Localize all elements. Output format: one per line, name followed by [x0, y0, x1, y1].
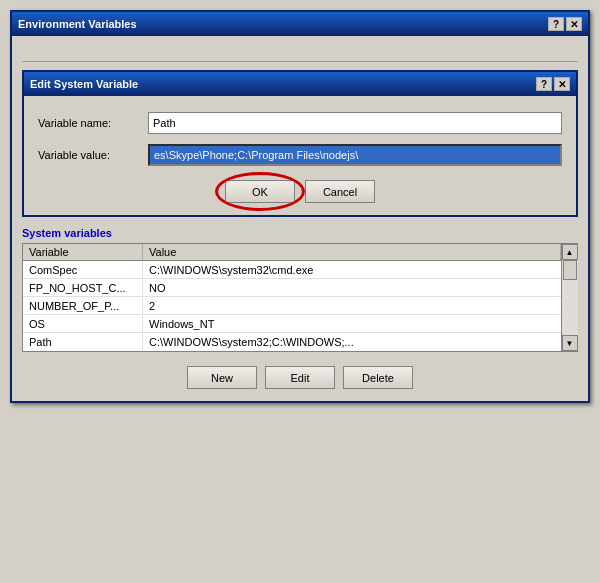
cell-variable: FP_NO_HOST_C... [23, 280, 143, 296]
col-variable: Variable [23, 244, 143, 260]
variable-value-input[interactable] [148, 144, 562, 166]
table-rows: ComSpec C:\WINDOWS\system32\cmd.exe FP_N… [23, 261, 561, 351]
table-row[interactable]: ComSpec C:\WINDOWS\system32\cmd.exe [23, 261, 561, 279]
inner-title-buttons: ? ✕ [536, 77, 570, 91]
ok-button-container: OK [225, 180, 295, 203]
cell-variable: NUMBER_OF_P... [23, 298, 143, 314]
outer-window: Environment Variables ? ✕ Edit System Va… [10, 10, 590, 403]
bottom-buttons: New Edit Delete [22, 360, 578, 391]
table-row[interactable]: NUMBER_OF_P... 2 [23, 297, 561, 315]
inner-title-bar: Edit System Variable ? ✕ [24, 72, 576, 96]
variable-name-label: Variable name: [38, 117, 148, 129]
table-row[interactable]: Path C:\WINDOWS\system32;C:\WINDOWS;... [23, 333, 561, 351]
scroll-track [562, 260, 578, 335]
table-row[interactable]: FP_NO_HOST_C... NO [23, 279, 561, 297]
outer-close-button[interactable]: ✕ [566, 17, 582, 31]
outer-title-bar: Environment Variables ? ✕ [12, 12, 588, 36]
outer-title-buttons: ? ✕ [548, 17, 582, 31]
outer-window-title: Environment Variables [18, 18, 137, 30]
cell-variable: Path [23, 334, 143, 350]
outer-help-button[interactable]: ? [548, 17, 564, 31]
edit-button[interactable]: Edit [265, 366, 335, 389]
variable-value-row: Variable value: [38, 144, 562, 166]
table-header: Variable Value [23, 244, 561, 261]
cancel-button[interactable]: Cancel [305, 180, 375, 203]
clipped-text-area [22, 46, 578, 62]
inner-close-button[interactable]: ✕ [554, 77, 570, 91]
scroll-up-button[interactable]: ▲ [562, 244, 578, 260]
variable-name-input[interactable] [148, 112, 562, 134]
variable-value-label: Variable value: [38, 149, 148, 161]
cell-value: Windows_NT [143, 316, 561, 332]
inner-help-button[interactable]: ? [536, 77, 552, 91]
variable-name-row: Variable name: [38, 112, 562, 134]
col-value: Value [143, 244, 561, 260]
inner-dialog: Edit System Variable ? ✕ Variable name: … [22, 70, 578, 217]
cell-value: 2 [143, 298, 561, 314]
inner-dialog-title: Edit System Variable [30, 78, 138, 90]
cell-value: NO [143, 280, 561, 296]
cell-variable: ComSpec [23, 262, 143, 278]
system-variables-table: Variable Value ComSpec C:\WINDOWS\system… [22, 243, 578, 352]
scroll-down-button[interactable]: ▼ [562, 335, 578, 351]
table-inner: Variable Value ComSpec C:\WINDOWS\system… [23, 244, 561, 351]
new-button[interactable]: New [187, 366, 257, 389]
scroll-thumb[interactable] [563, 260, 577, 280]
table-row[interactable]: OS Windows_NT [23, 315, 561, 333]
table-scrollbar[interactable]: ▲ ▼ [561, 244, 577, 351]
inner-dialog-content: Variable name: Variable value: OK Cancel [24, 96, 576, 215]
outer-content: Edit System Variable ? ✕ Variable name: … [12, 36, 588, 401]
system-variables-label: System variables [22, 227, 578, 239]
system-variables-section: System variables Variable Value ComSpec … [22, 227, 578, 391]
dialog-buttons: OK Cancel [38, 180, 562, 203]
cell-variable: OS [23, 316, 143, 332]
cell-value: C:\WINDOWS\system32\cmd.exe [143, 262, 561, 278]
cell-value: C:\WINDOWS\system32;C:\WINDOWS;... [143, 334, 561, 350]
ok-button[interactable]: OK [225, 180, 295, 203]
delete-button[interactable]: Delete [343, 366, 413, 389]
